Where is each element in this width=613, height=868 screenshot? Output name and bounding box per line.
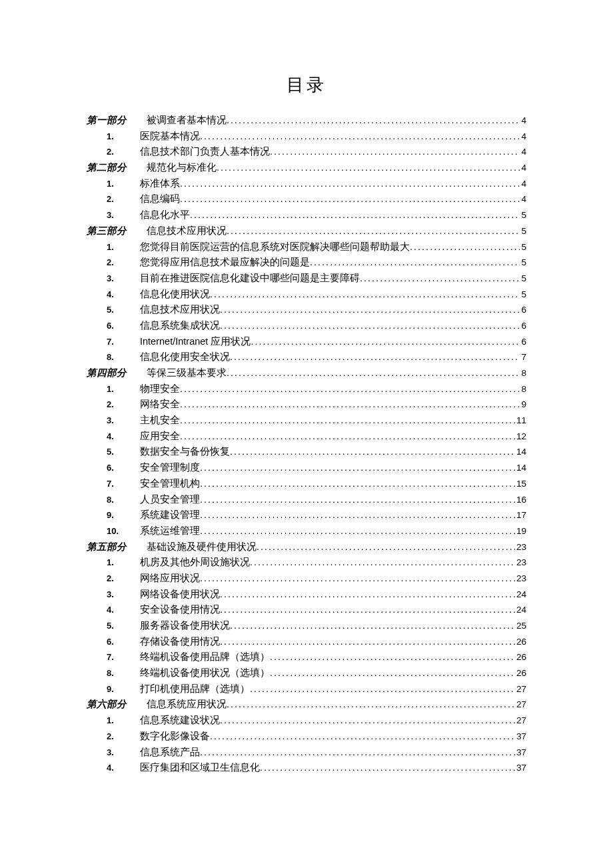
toc-entry-label: 信息化水平: [140, 210, 190, 220]
toc-entry-number: 第一部分: [87, 115, 147, 125]
toc-entry-page: 26: [515, 653, 526, 662]
toc-item: 1.您觉得目前医院运营的信息系统对医院解决哪些问题帮助最大5: [87, 242, 526, 252]
toc-item: 3.目前在推进医院信息化建设中哪些问题是主要障碍5: [87, 273, 526, 283]
toc-leader-dots: [250, 557, 515, 567]
toc-entry-number: 1.: [87, 132, 140, 141]
toc-leader-dots: [251, 337, 520, 347]
toc-item: 4.医疗集团和区域卫生信息化37: [87, 763, 526, 773]
toc-entry-page: 26: [515, 669, 526, 678]
toc-leader-dots: [227, 699, 515, 709]
toc-leader-dots: [270, 652, 515, 662]
toc-entry-label: 服务器设备使用状况: [140, 621, 230, 631]
toc-entry-page: 27: [515, 716, 526, 725]
toc-entry-number: 第二部分: [87, 163, 147, 173]
toc-leader-dots: [180, 179, 520, 189]
toc-entry-number: 1.: [87, 243, 140, 251]
toc-entry-label: 医疗集团和区域卫生信息化: [140, 763, 260, 773]
toc-section: 第四部分等保三级基本要求8: [87, 368, 526, 378]
toc-leader-dots: [227, 226, 520, 236]
toc-entry-page: 5: [520, 211, 526, 220]
toc-item: 3.主机安全11: [87, 415, 526, 425]
toc-entry-number: 2.: [87, 195, 140, 203]
toc-entry-label: 终端机设备使用状况（选填）: [140, 668, 270, 678]
toc-entry-page: 6: [520, 305, 526, 315]
toc-entry-page: 14: [515, 463, 526, 473]
toc-entry-page: 4: [520, 179, 526, 189]
toc-entry-page: 5: [520, 274, 526, 283]
toc-item: 8.信息化使用安全状况7: [87, 352, 526, 362]
toc-entry-number: 3.: [87, 211, 140, 219]
toc-leader-dots: [200, 479, 515, 489]
toc-entry-number: 第五部分: [87, 542, 147, 552]
toc-entry-label: 信息技术应用状况: [147, 226, 227, 236]
toc-entry-page: 37: [515, 763, 526, 773]
toc-entry-label: 信息系统应用状况: [147, 699, 227, 709]
toc-leader-dots: [200, 573, 515, 583]
toc-leader-dots: [220, 605, 515, 615]
toc-entry-number: 4.: [87, 763, 140, 772]
toc-entry-page: 5: [520, 227, 526, 236]
toc-leader-dots: [227, 368, 520, 378]
toc-entry-page: 26: [515, 637, 526, 647]
toc-entry-number: 2.: [87, 574, 140, 583]
toc-entry-page: 4: [520, 163, 526, 173]
toc-leader-dots: [230, 352, 520, 362]
toc-entry-label: 数据安全与备份恢复: [140, 447, 230, 457]
toc-entry-label: 人员安全管理: [140, 495, 200, 505]
toc-leader-dots: [200, 510, 515, 520]
toc-entry-page: 5: [520, 243, 526, 252]
toc-leader-dots: [210, 731, 515, 741]
toc-entry-number: 1.: [87, 558, 140, 567]
toc-item: 5.服务器设备使用状况25: [87, 621, 526, 631]
toc-leader-dots: [310, 257, 520, 267]
toc-section: 第六部分信息系统应用状况27: [87, 699, 526, 709]
toc-leader-dots: [210, 289, 520, 299]
toc-entry-label: 您觉得应用信息技术最应解决的问题是: [140, 257, 310, 267]
toc-entry-page: 23: [515, 574, 526, 583]
toc-entry-number: 2.: [87, 732, 140, 741]
toc-entry-page: 24: [515, 590, 526, 599]
toc-leader-dots: [230, 621, 515, 631]
toc-entry-page: 4: [520, 132, 526, 141]
toc-entry-label: 目前在推进医院信息化建设中哪些问题是主要障碍: [140, 273, 360, 283]
toc-entry-page: 4: [520, 147, 526, 157]
toc-entry-page: 17: [515, 511, 526, 520]
toc-item: 5.数据安全与备份恢复14: [87, 447, 526, 457]
toc-entry-label: 系统运维管理: [140, 526, 200, 536]
toc-entry-page: 7: [520, 353, 526, 362]
toc-leader-dots: [180, 431, 515, 441]
toc-entry-label: 系统建设管理: [140, 510, 200, 520]
toc-entry-number: 9.: [87, 685, 140, 693]
toc-leader-dots: [200, 495, 515, 505]
toc-leader-dots: [360, 273, 520, 283]
toc-entry-number: 6.: [87, 321, 140, 330]
toc-entry-label: 规范化与标准化: [147, 163, 217, 173]
toc-entry-page: 15: [515, 479, 526, 489]
toc-entry-page: 6: [520, 337, 526, 347]
toc-item: 2.信息编码4: [87, 194, 526, 204]
toc-entry-number: 5.: [87, 621, 140, 630]
toc-entry-number: 3.: [87, 748, 140, 757]
toc-item: 7.安全管理机构15: [87, 479, 526, 489]
toc-entry-number: 第四部分: [87, 368, 147, 378]
toc-item: 7.终端机设备使用品牌（选填）26: [87, 652, 526, 662]
toc-leader-dots: [257, 542, 515, 552]
toc-item: 9.系统建设管理17: [87, 510, 526, 520]
toc-entry-number: 8.: [87, 353, 140, 361]
toc-entry-number: 8.: [87, 495, 140, 504]
toc-entry-number: 5.: [87, 447, 140, 456]
toc-entry-number: 2.: [87, 147, 140, 156]
toc-item: 2.您觉得应用信息技术最应解决的问题是5: [87, 257, 526, 267]
toc-entry-label: 网络应用状况: [140, 573, 200, 583]
toc-leader-dots: [270, 147, 520, 157]
toc-item: 7.Internet/Intranet 应用状况6: [87, 337, 526, 347]
toc-entry-page: 27: [515, 700, 526, 709]
toc-leader-dots: [190, 210, 520, 220]
toc-entry-page: 11: [515, 416, 526, 425]
toc-entry-number: 第六部分: [87, 699, 147, 709]
toc-entry-number: 1.: [87, 385, 140, 393]
toc-entry-page: 5: [520, 258, 526, 267]
toc-item: 8.人员安全管理16: [87, 495, 526, 505]
toc-item: 4.信息化使用状况5: [87, 289, 526, 299]
toc-section: 第五部分基础设施及硬件使用状况23: [87, 542, 526, 552]
